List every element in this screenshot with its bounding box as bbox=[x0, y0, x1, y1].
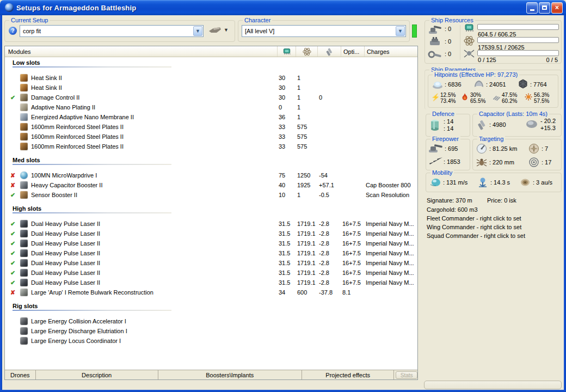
firepower-label: Firepower bbox=[430, 135, 460, 143]
module-name: Dual Heavy Pulse Laser II bbox=[31, 250, 277, 256]
module-row[interactable]: ✘Large 'Arup' I Remote Bulwark Reconstru… bbox=[5, 287, 417, 297]
fitted-check-icon: ✔ bbox=[10, 94, 20, 101]
capacitor-lasts-label: Capacitor (Lasts: 10m 4s) bbox=[477, 110, 549, 118]
module-name: 1600mm Reinforced Steel Plates II bbox=[31, 133, 277, 140]
help-icon[interactable]: ? bbox=[9, 27, 17, 35]
module-row[interactable]: 1600mm Reinforced Steel Plates II33575 bbox=[5, 122, 417, 132]
align-time-icon bbox=[477, 176, 488, 188]
optimal-value: 16+7.5 bbox=[341, 270, 364, 276]
squad-commander-line[interactable]: Squad Commander - right click to set bbox=[427, 231, 525, 240]
capacitor-group: Capacitor (Lasts: 10m 4s) : 4980 - 20.2+… bbox=[472, 114, 562, 137]
cpu-column-header[interactable] bbox=[277, 46, 296, 57]
module-name: Dual Heavy Pulse Laser II bbox=[31, 260, 277, 266]
character-group: Character [All level V] ▼ bbox=[238, 20, 410, 42]
optimal-column-header[interactable]: Opti... bbox=[341, 46, 364, 57]
client-area: Current Setup ? corp fit ▼ ▼ Character [… bbox=[2, 15, 564, 390]
ship-parameters-group: Ship Parameters Hitpoints (Effective HP:… bbox=[424, 70, 562, 109]
module-row[interactable]: ✔Dual Heavy Pulse Laser II31.51719.1-2.8… bbox=[5, 219, 417, 229]
capacitor-recharge-icon bbox=[525, 119, 538, 129]
powergrid-value: 1 bbox=[296, 192, 317, 198]
module-row[interactable]: ✔Dual Heavy Pulse Laser II31.51719.1-2.8… bbox=[5, 268, 417, 278]
module-row[interactable]: ✔Dual Heavy Pulse Laser II31.51719.1-2.8… bbox=[5, 248, 417, 258]
module-row[interactable]: Energized Adaptive Nano Membrane II361 bbox=[5, 112, 417, 122]
module-row[interactable]: ✘100MN MicroWarpdrive I751250-54 bbox=[5, 170, 417, 180]
charges-column-header[interactable]: Charges bbox=[364, 46, 417, 57]
sensor-strength-icon bbox=[528, 143, 539, 154]
powergrid-icon bbox=[302, 47, 312, 56]
turret-hardpoint-icon bbox=[428, 24, 442, 35]
module-row[interactable]: ✔Dual Heavy Pulse Laser II31.51719.1-2.8… bbox=[5, 278, 417, 287]
character-dropdown-button[interactable]: ▼ bbox=[396, 26, 405, 36]
module-row[interactable]: ✘Heavy Capacitor Booster II401925+57.1Ca… bbox=[5, 180, 417, 190]
targeting-label: Targeting bbox=[477, 135, 505, 143]
powergrid-value: 1719.1 bbox=[296, 250, 317, 256]
module-icon bbox=[20, 337, 28, 345]
module-row[interactable]: ✔Sensor Booster II101-0.5Scan Resolution bbox=[5, 190, 417, 200]
fitted-check-icon: ✔ bbox=[10, 270, 20, 277]
module-row[interactable]: Large Energy Discharge Elutriation I bbox=[5, 326, 417, 336]
drone-icon bbox=[463, 49, 475, 59]
capacitor-value: -54 bbox=[317, 172, 341, 179]
mobility-label: Mobility bbox=[430, 169, 454, 176]
powergrid-value: 1719.1 bbox=[296, 240, 317, 247]
module-icon bbox=[20, 143, 28, 150]
powergrid-value: 1 bbox=[296, 84, 317, 91]
capacitor-icon bbox=[325, 47, 334, 56]
module-icon bbox=[20, 171, 28, 179]
cpu-value: 36 bbox=[277, 114, 296, 120]
capacitor-value: -2.8 bbox=[317, 279, 341, 286]
module-row[interactable]: Heat Sink II301 bbox=[5, 73, 417, 83]
modules-list-header[interactable]: Modules Opti... Charges bbox=[5, 46, 417, 57]
character-combobox[interactable]: [All level V] ▼ bbox=[242, 25, 406, 37]
module-row[interactable]: Heat Sink II301 bbox=[5, 83, 417, 93]
bottom-tab-projected-effects[interactable]: Projected effects bbox=[302, 370, 394, 379]
fitted-check-icon: ✔ bbox=[10, 230, 20, 237]
wing-commander-line[interactable]: Wing Commander - right click to set bbox=[427, 223, 521, 231]
module-row[interactable]: Large Energy Collision Accelerator I bbox=[5, 316, 417, 326]
kinetic-resist-hull: 60.2% bbox=[502, 98, 517, 104]
firepower-volley-value: : 1853 bbox=[444, 158, 460, 165]
bottom-tab-description[interactable]: Description bbox=[36, 370, 158, 379]
structure-hp-icon bbox=[518, 79, 528, 89]
module-icon bbox=[20, 269, 28, 277]
module-row[interactable]: Large Energy Locus Coordinator I bbox=[5, 336, 417, 346]
powergrid-value: 575 bbox=[296, 143, 317, 150]
setup-combobox[interactable]: corp fit ▼ bbox=[20, 25, 204, 37]
close-button[interactable]: × bbox=[551, 2, 563, 14]
setup-dropdown-button[interactable]: ▼ bbox=[193, 26, 202, 36]
explosive-resist-icon bbox=[525, 93, 532, 101]
module-row[interactable]: 1600mm Reinforced Steel Plates II33575 bbox=[5, 142, 417, 151]
module-icon bbox=[20, 103, 28, 111]
modules-column-header[interactable]: Modules bbox=[5, 46, 277, 57]
charge-value: Imperial Navy M... bbox=[364, 220, 417, 227]
capacitor-value: -0.5 bbox=[317, 192, 341, 198]
bottom-tab-drones[interactable]: Drones bbox=[5, 370, 36, 379]
modules-panel: Modules Opti... Charges Low slotsHeat Si… bbox=[4, 46, 418, 380]
module-name: Energized Adaptive Nano Membrane II bbox=[31, 114, 277, 120]
current-setup-group: Current Setup ? corp fit ▼ ▼ bbox=[4, 20, 235, 42]
warp-speed-icon bbox=[520, 177, 531, 187]
window-title: Setups for Armageddon Battleship bbox=[16, 4, 136, 12]
ship-menu-button[interactable]: ▼ bbox=[208, 25, 229, 35]
module-row[interactable]: ✔Dual Heavy Pulse Laser II31.51719.1-2.8… bbox=[5, 229, 417, 238]
capacitor-value: +57.1 bbox=[317, 182, 341, 188]
module-name: Heat Sink II bbox=[31, 84, 277, 91]
bottom-tab-boosters-implants[interactable]: Boosters\Implants bbox=[158, 370, 303, 379]
capacitor-value: -2.8 bbox=[317, 220, 341, 227]
module-row[interactable]: Adaptive Nano Plating II01 bbox=[5, 102, 417, 112]
module-row[interactable]: ✔Dual Heavy Pulse Laser II31.51719.1-2.8… bbox=[5, 238, 417, 248]
minimize-button[interactable] bbox=[526, 2, 538, 14]
module-row[interactable]: ✔Damage Control II3010 bbox=[5, 93, 417, 102]
stats-button[interactable]: Stats bbox=[396, 371, 417, 379]
powergrid-column-header[interactable] bbox=[296, 46, 317, 57]
capacitor-column-header[interactable] bbox=[317, 46, 341, 57]
capacitor-value: -2.8 bbox=[317, 230, 341, 237]
title-bar[interactable]: Setups for Armageddon Battleship × bbox=[0, 0, 566, 15]
module-row[interactable]: 1600mm Reinforced Steel Plates II33575 bbox=[5, 132, 417, 142]
fleet-commander-line[interactable]: Fleet Commander - right click to set bbox=[427, 214, 521, 223]
module-row[interactable]: ✔Dual Heavy Pulse Laser II31.51719.1-2.8… bbox=[5, 258, 417, 268]
maximize-button[interactable] bbox=[539, 2, 550, 14]
character-label: Character bbox=[243, 16, 272, 24]
cpu-value: 33 bbox=[277, 124, 296, 130]
ship-menu-caret-icon: ▼ bbox=[224, 27, 229, 33]
